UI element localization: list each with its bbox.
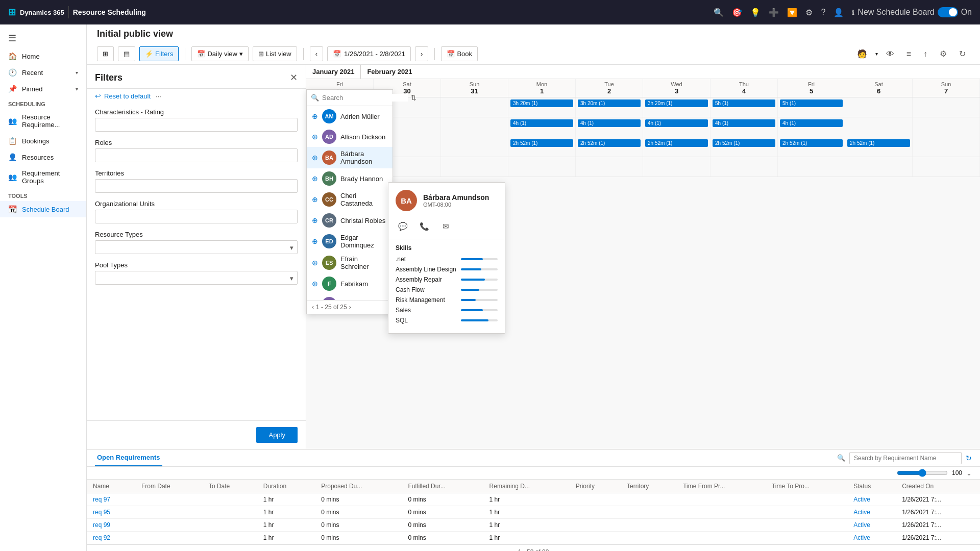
table-cell[interactable]: Active <box>847 493 896 506</box>
sidebar-item-pinned[interactable]: 📌 Pinned ▾ <box>0 81 86 97</box>
schedule-board-toggle[interactable] <box>938 7 958 17</box>
resource-search-input[interactable] <box>322 94 408 102</box>
phone-icon[interactable]: 📞 <box>417 219 431 234</box>
booking-chip[interactable]: 2h 52m (1) <box>713 139 775 147</box>
list-view-button[interactable]: ⊞ List view <box>253 46 297 61</box>
grid-view-button[interactable]: ⊞ <box>97 46 114 61</box>
booking-chip[interactable]: 2h 52m (1) <box>510 139 573 147</box>
territories-input[interactable] <box>95 179 298 193</box>
booking-chip[interactable]: 4h (1) <box>645 119 708 127</box>
filters-close-button[interactable]: ✕ <box>290 72 298 83</box>
calendar-cell[interactable]: 4h (1) <box>576 117 643 137</box>
next-date-button[interactable]: › <box>415 46 428 61</box>
booking-chip[interactable]: 4h (1) <box>713 119 775 127</box>
lightbulb-icon[interactable]: 💡 <box>750 8 761 17</box>
sidebar-item-resource-req[interactable]: 👥 Resource Requireme... <box>0 109 86 133</box>
resource-types-select[interactable] <box>95 240 298 254</box>
roles-input[interactable] <box>95 148 298 162</box>
expand-icon[interactable]: ⌄ <box>966 469 972 477</box>
calendar-cell[interactable]: 4h (1) <box>778 117 845 137</box>
open-requirements-tab[interactable]: Open Requirements <box>95 449 162 466</box>
person-add-icon[interactable]: 🧑 <box>853 47 871 61</box>
daily-view-button[interactable]: 📅 Daily view ▾ <box>191 46 249 61</box>
chat-icon[interactable]: 💬 <box>396 219 410 234</box>
sidebar-item-bookings[interactable]: 📋 Bookings <box>0 133 86 149</box>
resource-item[interactable]: ⊕ F Fabrikam <box>307 273 393 294</box>
calendar-cell[interactable]: 4h (1) <box>643 117 710 137</box>
settings-icon[interactable]: ⚙ <box>805 8 813 17</box>
calendar-cell[interactable]: 3h 20m (1) <box>576 97 643 117</box>
booking-chip[interactable]: 2h 52m (1) <box>578 139 641 147</box>
next-page-btn[interactable]: › <box>553 548 555 551</box>
requirement-search-input[interactable] <box>849 452 962 464</box>
list-view-small-button[interactable]: ▤ <box>118 46 135 61</box>
booking-chip[interactable]: 5h (1) <box>780 99 843 107</box>
email-icon[interactable]: ✉ <box>438 219 453 234</box>
booking-chip[interactable]: 2h 52m (1) <box>847 139 910 147</box>
req-name-link[interactable]: req 97 <box>93 496 110 503</box>
sidebar-item-home[interactable]: 🏠 Home <box>0 48 86 64</box>
share-icon[interactable]: ↑ <box>919 47 932 61</box>
req-name-link[interactable]: req 95 <box>93 509 110 516</box>
gear-toolbar-icon[interactable]: ⚙ <box>936 47 951 61</box>
calendar-cell[interactable]: 4h (1) <box>508 117 576 137</box>
eye-icon[interactable]: 👁 <box>882 47 898 61</box>
calendar-cell[interactable]: 2h 52m (1) <box>710 137 778 157</box>
resource-item[interactable]: ⊕ AD Allison Dickson <box>307 127 393 147</box>
booking-chip[interactable]: 3h 20m (1) <box>510 99 573 107</box>
filter-icon[interactable]: 🔽 <box>787 8 797 17</box>
status-link[interactable]: Active <box>853 521 870 529</box>
prev-date-button[interactable]: ‹ <box>310 46 323 61</box>
prev-page-icon[interactable]: ‹ <box>312 304 314 311</box>
hamburger-menu[interactable]: ☰ <box>0 29 86 48</box>
calendar-cell[interactable]: 5h (1) <box>778 97 845 117</box>
table-cell[interactable]: Active <box>847 532 896 544</box>
status-link[interactable]: Active <box>853 534 870 541</box>
next-page-icon[interactable]: › <box>349 304 351 311</box>
resource-item[interactable]: ⊕ JD Jill David <box>307 294 393 300</box>
booking-chip[interactable]: 3h 20m (1) <box>645 99 708 107</box>
sidebar-item-recent[interactable]: 🕐 Recent ▾ <box>0 64 86 81</box>
table-cell[interactable]: req 99 <box>87 519 135 532</box>
pool-types-select[interactable] <box>95 271 298 285</box>
booking-chip[interactable]: 2h 52m (1) <box>780 139 843 147</box>
apply-button[interactable]: Apply <box>256 427 298 443</box>
refresh-req-icon[interactable]: ↻ <box>966 454 972 462</box>
table-cell[interactable]: req 95 <box>87 506 135 519</box>
table-cell[interactable]: req 92 <box>87 532 135 544</box>
resource-item[interactable]: ⊕ ES Efrain Schreiner <box>307 252 393 273</box>
booking-chip[interactable]: 2h 52m (1) <box>645 139 708 147</box>
calendar-cell[interactable]: 3h 20m (1) <box>643 97 710 117</box>
table-cell[interactable]: Active <box>847 506 896 519</box>
calendar-cell[interactable]: 2h 52m (1) <box>508 137 576 157</box>
filters-more-icon[interactable]: ··· <box>156 92 161 100</box>
table-cell[interactable]: req 97 <box>87 493 135 506</box>
table-cell[interactable]: Active <box>847 519 896 532</box>
sidebar-item-schedule-board[interactable]: 📆 Schedule Board <box>0 201 86 217</box>
resource-item[interactable]: ⊕ AM Adrien Müller <box>307 106 393 127</box>
calendar-cell[interactable]: 4h (1) <box>710 117 778 137</box>
sidebar-item-resources[interactable]: 👤 Resources <box>0 149 86 165</box>
target-icon[interactable]: 🎯 <box>732 8 742 17</box>
booking-chip[interactable]: 3h 20m (1) <box>578 99 641 107</box>
refresh-icon[interactable]: ↻ <box>955 47 970 61</box>
req-name-link[interactable]: req 99 <box>93 521 110 529</box>
sort-icon[interactable]: ⇅ <box>411 94 416 102</box>
prev-page-btn[interactable]: ‹ <box>511 548 514 551</box>
booking-chip[interactable]: 4h (1) <box>510 119 573 127</box>
columns-icon[interactable]: ≡ <box>902 47 915 61</box>
booking-chip[interactable]: 4h (1) <box>780 119 843 127</box>
app-logo[interactable]: ⊞ Dynamics 365 Resource Scheduling <box>8 6 146 18</box>
req-name-link[interactable]: req 92 <box>93 534 110 541</box>
calendar-cell[interactable]: 2h 52m (1) <box>778 137 845 157</box>
resource-item[interactable]: ⊕ BH Brady Hannon <box>307 168 393 189</box>
resource-item[interactable]: ⊕ CC Cheri Castaneda <box>307 189 393 210</box>
booking-chip[interactable]: 4h (1) <box>578 119 641 127</box>
search-icon[interactable]: 🔍 <box>714 8 724 17</box>
calendar-cell[interactable]: 2h 52m (1) <box>845 137 913 157</box>
resource-item[interactable]: ⊕ BA Bárbara Amundson <box>307 147 393 168</box>
filters-button[interactable]: ⚡ Filters <box>139 46 179 61</box>
plus-icon[interactable]: ➕ <box>769 8 779 17</box>
booking-chip[interactable]: 5h (1) <box>713 99 775 107</box>
reset-icon[interactable]: ↩ <box>95 92 101 100</box>
